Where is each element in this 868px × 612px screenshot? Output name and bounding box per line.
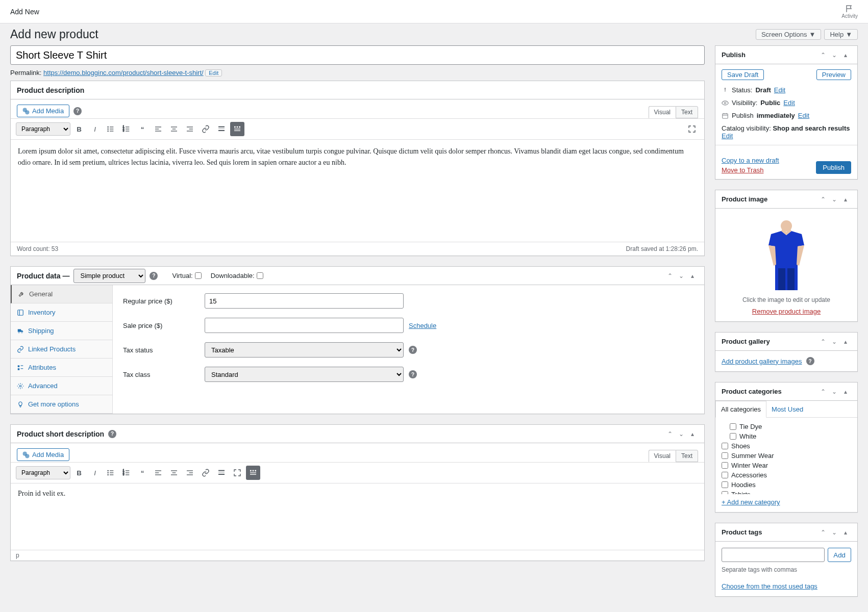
tab-text-short[interactable]: Text	[676, 450, 698, 462]
help-icon[interactable]: ?	[73, 107, 82, 115]
panel-up-button[interactable]: ⌃	[664, 427, 676, 441]
panel-down-button[interactable]: ⌄	[676, 269, 687, 283]
category-item[interactable]: Shoes	[722, 441, 851, 451]
description-editor[interactable]: Lorem ipsum dolor sit amet, consectetur …	[11, 140, 704, 242]
tag-input[interactable]	[722, 548, 825, 562]
sale-price-input[interactable]	[205, 318, 404, 333]
add-media-button[interactable]: Add Media	[17, 105, 69, 117]
link-button[interactable]	[199, 466, 213, 480]
short-desc-editor[interactable]: Proin id velit ex.	[11, 483, 704, 550]
permalink-edit-button[interactable]: Edit	[205, 69, 222, 76]
panel-toggle-button[interactable]: ▴	[687, 269, 698, 283]
publish-button[interactable]: Publish	[816, 161, 851, 174]
tax-status-select[interactable]: Taxable	[205, 342, 404, 358]
catalog-edit-link[interactable]: Edit	[722, 132, 733, 140]
panel-toggle-button[interactable]: ▴	[840, 335, 851, 349]
panel-up-button[interactable]: ⌃	[817, 335, 829, 349]
tab-attributes[interactable]: Attributes	[11, 359, 112, 377]
activity-indicator[interactable]: Activity	[841, 4, 858, 19]
italic-button[interactable]: I	[88, 466, 102, 480]
bullet-list-button[interactable]	[104, 122, 118, 136]
tab-linked[interactable]: Linked Products	[11, 340, 112, 359]
category-item[interactable]: Winter Wear	[722, 461, 851, 470]
bold-button[interactable]: B	[72, 122, 86, 136]
panel-down-button[interactable]: ⌄	[829, 192, 840, 207]
align-right-button[interactable]	[183, 122, 197, 136]
panel-toggle-button[interactable]: ▴	[840, 48, 851, 62]
category-item[interactable]: Tshirts	[722, 490, 851, 494]
quote-button[interactable]: “	[135, 466, 150, 480]
regular-price-input[interactable]	[205, 293, 404, 309]
tab-all-categories[interactable]: All categories	[715, 401, 766, 418]
panel-toggle-button[interactable]: ▴	[687, 427, 698, 441]
panel-down-button[interactable]: ⌄	[829, 335, 840, 349]
panel-toggle-button[interactable]: ▴	[840, 525, 851, 540]
toolbar-toggle-button[interactable]	[246, 466, 260, 480]
product-title-input[interactable]	[10, 45, 705, 65]
quote-button[interactable]: “	[135, 122, 150, 136]
number-list-button[interactable]: 123	[119, 466, 134, 480]
product-image-thumbnail[interactable]	[756, 215, 817, 291]
permalink-link[interactable]: https://demo.blogginc.com/product/short-…	[43, 69, 204, 76]
tab-general[interactable]: General	[11, 285, 112, 303]
remove-image-link[interactable]: Remove product image	[752, 308, 821, 315]
virtual-checkbox[interactable]: Virtual:	[172, 272, 201, 279]
category-item[interactable]: White	[722, 431, 851, 441]
panel-down-button[interactable]: ⌄	[829, 525, 840, 540]
visibility-edit-link[interactable]: Edit	[783, 99, 795, 107]
tab-visual-short[interactable]: Visual	[649, 450, 676, 462]
move-trash-link[interactable]: Move to Trash	[722, 166, 779, 174]
panel-up-button[interactable]: ⌃	[817, 525, 829, 540]
help-icon[interactable]: ?	[409, 346, 417, 354]
add-gallery-link[interactable]: Add product gallery images	[722, 358, 802, 365]
more-button[interactable]	[214, 466, 229, 480]
help-icon[interactable]: ?	[409, 370, 417, 378]
tab-advanced[interactable]: Advanced	[11, 377, 112, 395]
number-list-button[interactable]: 123	[119, 122, 134, 136]
panel-down-button[interactable]: ⌄	[829, 48, 840, 62]
tab-inventory[interactable]: Inventory	[11, 303, 112, 322]
panel-toggle-button[interactable]: ▴	[840, 192, 851, 207]
panel-down-button[interactable]: ⌄	[676, 427, 687, 441]
schedule-link[interactable]: Schedule	[409, 322, 436, 329]
copy-draft-link[interactable]: Copy to a new draft	[722, 157, 779, 164]
toolbar-toggle-button[interactable]	[230, 122, 244, 136]
more-button[interactable]	[214, 122, 229, 136]
status-edit-link[interactable]: Edit	[774, 86, 785, 94]
help-icon[interactable]: ?	[150, 272, 158, 280]
screen-options-button[interactable]: Screen Options ▼	[756, 29, 821, 40]
tab-shipping[interactable]: Shipping	[11, 322, 112, 340]
bold-button[interactable]: B	[72, 466, 86, 480]
add-media-button-short[interactable]: Add Media	[17, 448, 69, 461]
help-icon[interactable]: ?	[806, 357, 814, 365]
downloadable-checkbox[interactable]: Downloadable:	[211, 272, 263, 279]
save-draft-button[interactable]: Save Draft	[722, 69, 764, 80]
category-item[interactable]: Hoodies	[722, 480, 851, 490]
align-right-button[interactable]	[183, 466, 197, 480]
tab-most-used[interactable]: Most Used	[766, 401, 808, 417]
panel-up-button[interactable]: ⌃	[817, 192, 829, 207]
align-center-button[interactable]	[167, 122, 181, 136]
tax-class-select[interactable]: Standard	[205, 367, 404, 382]
italic-button[interactable]: I	[88, 122, 102, 136]
panel-up-button[interactable]: ⌃	[817, 48, 829, 62]
category-item[interactable]: Summer Wear	[722, 451, 851, 461]
publish-date-edit-link[interactable]: Edit	[798, 112, 809, 119]
choose-tags-link[interactable]: Choose from the most used tags	[722, 582, 817, 590]
panel-up-button[interactable]: ⌃	[664, 269, 676, 283]
category-item[interactable]: Accessories	[722, 470, 851, 480]
panel-down-button[interactable]: ⌄	[829, 385, 840, 399]
add-tag-button[interactable]: Add	[828, 548, 851, 562]
tab-visual[interactable]: Visual	[649, 106, 676, 118]
align-left-button[interactable]	[151, 122, 165, 136]
panel-up-button[interactable]: ⌃	[817, 385, 829, 399]
align-center-button[interactable]	[167, 466, 181, 480]
format-select-short[interactable]: Paragraph	[16, 466, 70, 479]
add-category-link[interactable]: + Add new category	[722, 498, 780, 506]
fullscreen-button[interactable]	[230, 466, 244, 480]
help-icon[interactable]: ?	[108, 430, 116, 438]
tab-text[interactable]: Text	[676, 106, 698, 118]
bullet-list-button[interactable]	[104, 466, 118, 480]
link-button[interactable]	[199, 122, 213, 136]
align-left-button[interactable]	[151, 466, 165, 480]
